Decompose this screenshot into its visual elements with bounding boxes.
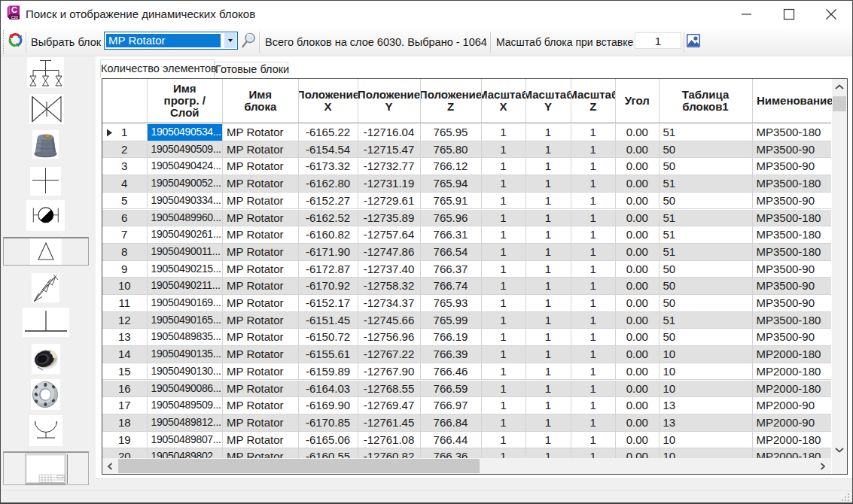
svg-text:C: C: [11, 5, 17, 14]
svg-text:C3D: C3D: [11, 16, 19, 20]
